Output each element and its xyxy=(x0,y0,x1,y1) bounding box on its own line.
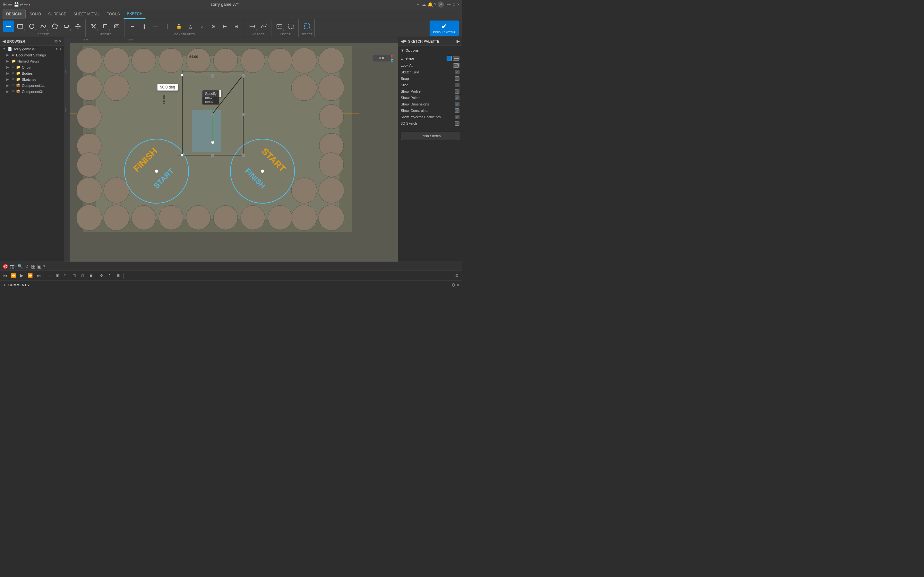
circle-constraint-btn[interactable]: ○ xyxy=(196,21,207,32)
show-profile-checkbox[interactable] xyxy=(455,89,459,93)
offset-tool-btn[interactable] xyxy=(111,21,122,32)
user-avatar[interactable]: JP xyxy=(438,1,444,8)
bottom-next-icon[interactable]: ⏩ xyxy=(26,272,34,279)
show-projected-checkbox[interactable] xyxy=(455,115,459,119)
bottom-body-icon[interactable]: □ xyxy=(45,272,53,279)
undo-icon[interactable]: ↩ xyxy=(19,2,23,7)
hamburger-icon[interactable]: ☰ xyxy=(8,2,12,7)
insert-image-btn[interactable]: ▾ xyxy=(274,21,285,32)
app-logo-icon[interactable]: ⊞ xyxy=(3,1,7,7)
bottom-rotate-icon[interactable]: ↻ xyxy=(106,272,113,279)
bottom-mesh-icon[interactable]: ⬚ xyxy=(62,272,69,279)
horizontal-tool-btn[interactable]: — xyxy=(150,21,161,32)
tab-surface[interactable]: SURFACE xyxy=(45,9,69,19)
sketches-arrow[interactable]: ▶ xyxy=(6,77,10,81)
bottom-more-icon[interactable]: ⚙ xyxy=(453,272,461,279)
status-dropdown-icon[interactable]: ▾ xyxy=(43,264,45,269)
sketches-eye-icon[interactable]: 👁 xyxy=(11,77,15,81)
symmetric-tool-btn[interactable]: ⊟ xyxy=(231,21,242,32)
browser-close-icon[interactable]: × xyxy=(59,39,61,44)
sidebar-item-component1[interactable]: ▶ 👁 📦 Component1:1 xyxy=(0,82,64,89)
curvature-tool-btn[interactable] xyxy=(258,21,269,32)
win-restore-icon[interactable]: □ xyxy=(453,2,455,7)
bottom-first-icon[interactable]: ⏮ xyxy=(1,272,9,279)
show-dimensions-checkbox[interactable] xyxy=(455,102,459,106)
triangle-constraint-btn[interactable]: △ xyxy=(185,21,196,32)
circle-tool-btn[interactable]: ▾ xyxy=(26,21,37,32)
3d-sketch-checkbox[interactable] xyxy=(455,121,459,126)
perpendicular-tool-btn[interactable]: ⊢ xyxy=(127,21,138,32)
tab-sketch[interactable]: SKETCH xyxy=(124,9,145,19)
help-icon[interactable]: ? xyxy=(434,2,436,7)
trim-tool-btn[interactable]: ▾ xyxy=(88,21,99,32)
move-tool-btn[interactable] xyxy=(73,21,83,32)
cloud-icon[interactable]: ☁ xyxy=(422,2,426,7)
finish-sketch-toolbar-btn[interactable]: ✔ FINISH SKETCH xyxy=(430,21,459,36)
origin-arrow[interactable]: ▶ xyxy=(6,65,10,69)
design-menu[interactable]: SOLID DESIGN ▾ xyxy=(3,9,26,19)
slice-checkbox[interactable] xyxy=(455,83,459,87)
sidebar-item-bodies[interactable]: ▶ 👁 📁 Bodies xyxy=(0,70,64,76)
comp3-arrow[interactable]: ▶ xyxy=(6,90,10,93)
parallel-tool-btn[interactable]: ∥ xyxy=(139,21,150,32)
save-icon[interactable]: 💾 xyxy=(13,2,19,7)
sidebar-collapse-icon[interactable]: ◀ xyxy=(3,39,5,44)
linetype-pattern-btn[interactable] xyxy=(453,56,459,61)
root-activate-icon[interactable]: ● xyxy=(59,47,61,51)
line-tool-btn[interactable]: ▾ xyxy=(3,21,14,32)
slot-tool-btn[interactable]: ▾ xyxy=(61,21,72,32)
insert-dxf-btn[interactable] xyxy=(286,21,296,32)
look-at-button[interactable] xyxy=(453,63,459,68)
add-tab-icon[interactable]: + xyxy=(417,2,419,7)
canvas-area[interactable]: 200 250 200 250 xyxy=(64,37,398,261)
redo-icon[interactable]: ↪ xyxy=(24,2,28,7)
comp3-eye-icon[interactable]: 👁 xyxy=(11,90,15,93)
bottom-scale-icon[interactable]: ⊞ xyxy=(114,272,122,279)
lock-tool-btn[interactable]: 🔒 xyxy=(173,21,184,32)
bottom-play-icon[interactable]: ▶ xyxy=(18,272,26,279)
status-target-icon[interactable]: 🎯 xyxy=(3,264,8,269)
finish-sketch-palette-btn[interactable]: Finish Sketch xyxy=(401,132,459,140)
origin-eye-icon[interactable]: 👁 xyxy=(11,65,15,69)
bodies-eye-icon[interactable]: 👁 xyxy=(11,71,15,75)
bottom-prev-icon[interactable]: ⏪ xyxy=(10,272,17,279)
spline-tool-btn[interactable]: ▾ xyxy=(38,21,49,32)
palette-pin-icon[interactable]: ▶ xyxy=(457,39,459,44)
tab-tools[interactable]: TOOLS xyxy=(103,9,123,19)
tab-sheet-metal[interactable]: SHEET METAL xyxy=(70,9,103,19)
status-grid-icon[interactable]: ▦ xyxy=(31,264,35,269)
tree-root[interactable]: ▼ 📄 sorry game v7 👁 ● xyxy=(0,46,64,52)
status-search-icon[interactable]: 🔍 xyxy=(17,264,23,269)
status-display-icon[interactable]: 🖥 xyxy=(25,264,29,269)
rect-tool-btn[interactable]: ▾ xyxy=(15,21,26,32)
sketch-grid-checkbox[interactable] xyxy=(455,70,459,74)
comp1-eye-icon[interactable]: 👁 xyxy=(11,84,15,87)
measure-tool-btn[interactable]: ▾ xyxy=(247,21,258,32)
comments-settings-icon[interactable]: ⚙ xyxy=(451,282,456,287)
status-view-icon[interactable]: ▣ xyxy=(37,264,41,269)
root-eye-icon[interactable]: 👁 xyxy=(55,47,58,51)
win-minimize-icon[interactable]: — xyxy=(447,2,451,7)
bodies-arrow[interactable]: ▶ xyxy=(6,71,10,75)
bottom-body2-icon[interactable]: ▣ xyxy=(53,272,61,279)
fillet-tool-btn[interactable]: ▾ xyxy=(100,21,111,32)
snap-checkbox[interactable] xyxy=(455,76,459,81)
tab-solid[interactable]: SOLID xyxy=(26,9,44,19)
sidebar-item-document-settings[interactable]: ▶ ⚙ Document Settings xyxy=(0,52,64,58)
sidebar-item-component3[interactable]: ▶ 👁 📦 Component3:1 xyxy=(0,89,64,95)
bottom-render-icon[interactable]: ◼ xyxy=(87,272,95,279)
sidebar-item-named-views[interactable]: ▶ 📁 Named Views xyxy=(0,58,64,64)
root-expand-icon[interactable]: ▼ xyxy=(3,47,6,51)
collinear-tool-btn[interactable]: ⊢ xyxy=(220,21,230,32)
expand-collapse-icon[interactable]: ◀ xyxy=(401,39,404,44)
more-icon[interactable]: ▾ xyxy=(29,2,31,7)
named-views-arrow[interactable]: ▶ xyxy=(6,59,10,63)
show-points-checkbox[interactable] xyxy=(455,95,459,100)
win-close-icon[interactable]: × xyxy=(457,2,459,7)
browser-settings-icon[interactable]: ⚙ xyxy=(54,39,58,44)
comp1-arrow[interactable]: ▶ xyxy=(6,84,10,87)
options-section-title[interactable]: ▼ Options xyxy=(401,48,459,52)
linetype-color-swatch[interactable] xyxy=(447,56,452,61)
bottom-last-icon[interactable]: ⏭ xyxy=(35,272,42,279)
show-constraints-checkbox[interactable] xyxy=(455,108,459,113)
